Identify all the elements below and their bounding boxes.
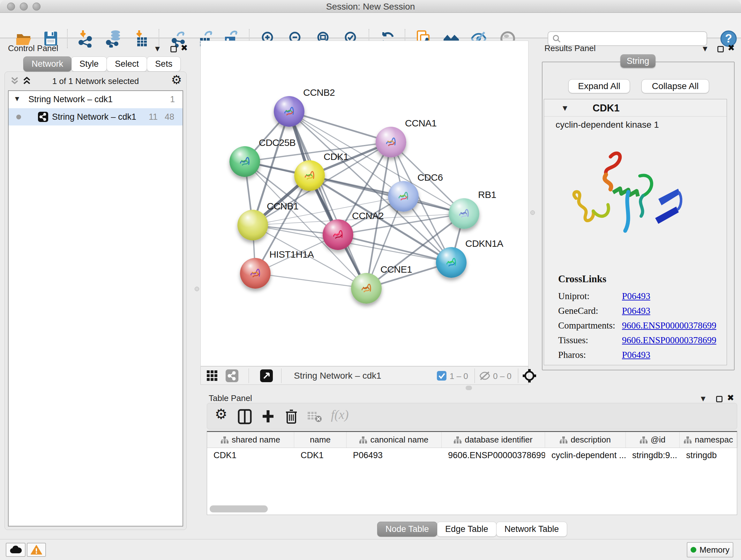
crosslink-label: Uniprot:	[558, 291, 622, 301]
network-canvas[interactable]: CCNB2CCNA1CDC25BCDK1CDC6RB1CCNB1CCNA2CDK…	[200, 41, 529, 366]
gene-header[interactable]: ▼ CDK1	[544, 99, 727, 117]
add-column-icon[interactable]	[261, 409, 275, 424]
crosslink-label: Pharos:	[558, 350, 622, 360]
results-panel-title: Results Panel	[544, 44, 596, 53]
gene-expander-icon[interactable]: ▼	[562, 105, 567, 111]
control-panel: Control Panel ▼ ✖ NetworkStyleSelectSets…	[2, 39, 189, 532]
network-edge-count: 48	[165, 112, 174, 122]
network-node-CDKN1A[interactable]	[436, 247, 467, 278]
memory-status-icon	[690, 547, 696, 553]
tab-network-table[interactable]: Network Table	[496, 522, 567, 537]
results-panel-close-icon[interactable]: ✖	[728, 43, 735, 53]
network-node-CDC6[interactable]	[388, 181, 419, 212]
node-label-HIST1H1A: HIST1H1A	[269, 249, 314, 260]
memory-button[interactable]: Memory	[687, 542, 733, 557]
tab-style[interactable]: Style	[71, 57, 107, 71]
horizontal-splitter-handle[interactable]	[466, 386, 472, 390]
tab-sets[interactable]: Sets	[147, 57, 181, 71]
window-title: Session: New Session	[0, 2, 741, 12]
network-row[interactable]: String Network – cdk1 11 48	[9, 108, 183, 125]
network-edge[interactable]	[255, 273, 366, 288]
right-splitter-handle[interactable]	[530, 210, 535, 215]
table-options-gear-icon[interactable]: ⚙	[215, 407, 227, 421]
hierarchy-icon	[684, 436, 691, 443]
separator	[518, 368, 518, 383]
node-table: shared namenamecanonical namedatabase id…	[207, 431, 737, 515]
tab-network[interactable]: Network	[23, 57, 71, 71]
crosslink-link[interactable]: P06493	[622, 291, 650, 301]
table-panel-float-icon[interactable]	[716, 396, 723, 402]
network-node-CCNA2[interactable]	[323, 219, 353, 250]
collapse-all-button[interactable]: Collapse All	[642, 79, 709, 93]
table-panel-close-icon[interactable]: ✖	[727, 393, 734, 402]
results-panel-float-icon[interactable]	[718, 46, 724, 52]
column-header-shared-name[interactable]: shared name	[207, 432, 294, 448]
table-toolbar: ⚙ f(x)	[207, 403, 737, 429]
tab-select[interactable]: Select	[107, 57, 147, 71]
collection-label: String Network – cdk1	[28, 95, 113, 105]
selected-checkbox-icon[interactable]	[437, 371, 447, 381]
network-tree: ▼ String Network – cdk1 1 String Network…	[8, 90, 183, 526]
table-panel: Table Panel ▼ ✖ ⚙ f(x) shared namenameca…	[192, 392, 741, 539]
network-node-RB1[interactable]	[449, 198, 479, 229]
control-panel-close-icon[interactable]: ✖	[181, 43, 188, 53]
column-header-name[interactable]: name	[294, 432, 347, 448]
grid-view-icon[interactable]	[206, 370, 218, 381]
results-panel-menu-icon[interactable]: ▼	[703, 45, 708, 52]
protein-structure-image	[562, 144, 684, 246]
protein-ribbon-icon	[328, 226, 347, 244]
network-edge[interactable]	[289, 111, 366, 288]
hierarchy-icon	[560, 436, 567, 443]
crosslink-row: Compartments:9606.ENSP00000378699	[558, 318, 717, 333]
network-node-CCNA1[interactable]	[376, 127, 406, 158]
table-row[interactable]: CDK1CDK1P064939606.ENSP00000378699cyclin…	[207, 448, 737, 463]
detach-view-icon[interactable]	[260, 369, 273, 382]
network-node-CDC25B[interactable]	[229, 146, 260, 177]
app-window: Session: New Session ? Control Panel	[0, 0, 741, 560]
tab-string[interactable]: String	[620, 54, 656, 68]
column-label: @id	[651, 435, 666, 445]
table-horizontal-scrollbar[interactable]	[210, 505, 268, 512]
network-options-gear-icon[interactable]: ⚙	[171, 74, 182, 86]
column-label: canonical name	[370, 435, 428, 445]
crosslink-link[interactable]: P06493	[622, 350, 650, 360]
show-columns-icon[interactable]	[238, 409, 252, 424]
table-panel-menu-icon[interactable]: ▼	[701, 395, 705, 402]
collection-expander-icon[interactable]: ▼	[15, 96, 19, 102]
crosslink-link[interactable]: 9606.ENSP00000378699	[622, 335, 717, 346]
cloud-status-button[interactable]	[6, 543, 25, 557]
column-header-namespac[interactable]: namespac	[680, 432, 738, 448]
protein-ribbon-icon	[381, 133, 401, 151]
birdseye-navigator-icon[interactable]	[522, 369, 536, 383]
network-view-mode-icon[interactable]	[226, 369, 239, 382]
tab-edge-table[interactable]: Edge Table	[437, 522, 496, 537]
results-panel: Results Panel ▼ ✖ String Expand All Coll…	[539, 39, 741, 392]
column-header-@id[interactable]: @id	[626, 432, 680, 448]
control-panel-float-icon[interactable]	[171, 46, 177, 52]
control-panel-menu-icon[interactable]: ▼	[155, 45, 160, 52]
network-edge[interactable]	[289, 111, 391, 142]
network-node-CDK1[interactable]	[294, 160, 325, 191]
network-node-CCNE1[interactable]	[351, 273, 382, 304]
left-splitter-handle[interactable]	[195, 287, 199, 291]
delete-table-icon	[307, 412, 322, 422]
control-panel-title: Control Panel	[8, 44, 58, 53]
table-cell: CDK1	[207, 448, 294, 463]
network-node-CCNB1[interactable]	[238, 210, 268, 240]
crosslink-link[interactable]: 9606.ENSP00000378699	[622, 320, 717, 331]
network-node-HIST1H1A[interactable]	[240, 258, 271, 289]
network-node-CCNB2[interactable]	[274, 96, 305, 127]
protein-ribbon-icon	[357, 279, 376, 297]
column-header-database-identifier[interactable]: database identifier	[442, 432, 545, 448]
delete-column-icon[interactable]	[285, 409, 298, 424]
warnings-button[interactable]	[27, 543, 46, 557]
tab-node-table[interactable]: Node Table	[377, 522, 437, 537]
network-collection-row[interactable]: ▼ String Network – cdk1 1	[9, 91, 183, 108]
expand-all-button[interactable]: Expand All	[568, 79, 630, 93]
crosslink-link[interactable]: P06493	[622, 306, 650, 316]
column-header-canonical-name[interactable]: canonical name	[347, 432, 442, 448]
crosslink-label: Compartments:	[558, 320, 622, 331]
hierarchy-icon	[454, 436, 461, 443]
status-bar: Memory	[0, 539, 741, 560]
column-header-description[interactable]: description	[545, 432, 626, 448]
